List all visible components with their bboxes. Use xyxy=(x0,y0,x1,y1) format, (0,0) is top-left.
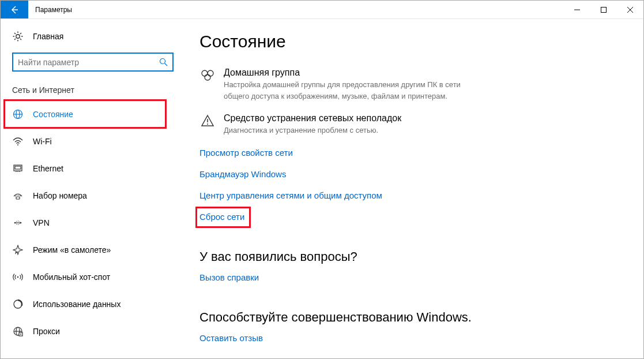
link-help[interactable]: Вызов справки xyxy=(199,272,259,282)
hotspot-icon xyxy=(12,271,24,283)
sidebar-item-label: VPN xyxy=(33,218,50,227)
sidebar-item-label: Прокси xyxy=(33,327,60,336)
homegroup-block[interactable]: Домашняя группа Настройка домашней групп… xyxy=(199,68,626,102)
search-input[interactable] xyxy=(18,58,159,67)
window-controls xyxy=(564,1,643,18)
feedback-heading: Способствуйте совершенствованию Windows. xyxy=(199,310,626,325)
sidebar-item-label: Состояние xyxy=(33,110,73,119)
search-icon xyxy=(159,58,168,66)
settings-window: Параметры Главная xyxy=(0,0,644,359)
globe-icon xyxy=(12,109,24,120)
back-button[interactable] xyxy=(1,1,28,18)
minimize-icon xyxy=(574,7,580,13)
link-firewall[interactable]: Брандмауэр Windows xyxy=(199,169,286,179)
sidebar-item-label: Режим «в самолете» xyxy=(33,245,111,255)
svg-point-28 xyxy=(202,70,208,76)
gear-icon xyxy=(12,31,24,42)
svg-point-19 xyxy=(20,222,22,223)
search-wrap xyxy=(1,53,182,85)
dialup-icon xyxy=(12,190,24,201)
body: Главная Сеть и Интернет Состояние xyxy=(1,19,643,358)
vpn-icon xyxy=(12,217,24,229)
sidebar-item-ethernet[interactable]: Ethernet xyxy=(1,155,182,182)
svg-point-30 xyxy=(205,74,210,80)
link-view-props[interactable]: Просмотр свойств сети xyxy=(199,148,293,158)
sidebar-item-hotspot[interactable]: Мобильный хот-спот xyxy=(1,263,182,290)
sidebar-item-airplane[interactable]: Режим «в самолете» xyxy=(1,236,182,263)
airplane-icon xyxy=(12,244,24,256)
sidebar-item-label: Набор номера xyxy=(33,191,87,200)
window-title: Параметры xyxy=(28,1,564,18)
svg-point-32 xyxy=(207,124,208,125)
page-heading: Состояние xyxy=(199,32,626,51)
link-sharing-center[interactable]: Центр управления сетями и общим доступом xyxy=(199,190,382,200)
troubleshoot-sub: Диагностика и устранение проблем с сетью… xyxy=(224,125,483,136)
main-content: Состояние Домашняя группа Настройка дома… xyxy=(182,19,643,358)
link-network-reset[interactable]: Сброс сети xyxy=(199,212,244,222)
minimize-button[interactable] xyxy=(564,1,590,18)
home-label: Главная xyxy=(33,32,63,41)
data-usage-icon xyxy=(12,298,24,310)
svg-point-5 xyxy=(16,35,20,38)
arrow-left-icon xyxy=(10,5,19,14)
sidebar-item-label: Ethernet xyxy=(33,164,63,173)
warning-icon xyxy=(199,113,216,127)
search-box[interactable] xyxy=(12,53,174,72)
svg-line-7 xyxy=(165,63,168,66)
sidebar-item-proxy[interactable]: Прокси xyxy=(1,317,182,345)
homegroup-title: Домашняя группа xyxy=(224,68,483,78)
maximize-icon xyxy=(601,7,607,13)
wifi-icon xyxy=(12,136,24,147)
home-button[interactable]: Главная xyxy=(1,31,182,53)
titlebar: Параметры xyxy=(1,1,643,19)
homegroup-sub: Настройка домашней группы для предоставл… xyxy=(224,79,483,102)
svg-point-11 xyxy=(17,144,18,145)
sidebar-item-vpn[interactable]: VPN xyxy=(1,209,182,236)
sidebar-item-label: Использование данных xyxy=(33,300,120,309)
sidebar: Главная Сеть и Интернет Состояние xyxy=(1,19,182,358)
svg-point-21 xyxy=(17,276,18,277)
close-icon xyxy=(627,7,633,13)
close-button[interactable] xyxy=(617,1,643,18)
homegroup-icon xyxy=(199,68,216,81)
svg-point-27 xyxy=(20,334,21,335)
svg-rect-13 xyxy=(15,166,21,169)
ethernet-icon xyxy=(12,163,24,174)
svg-point-6 xyxy=(160,59,165,64)
svg-rect-17 xyxy=(16,197,20,199)
link-feedback[interactable]: Оставить отзыв xyxy=(199,333,263,343)
svg-rect-2 xyxy=(601,7,607,12)
sidebar-item-dialup[interactable]: Набор номера xyxy=(1,182,182,209)
sidebar-item-datausage[interactable]: Использование данных xyxy=(1,290,182,317)
maximize-button[interactable] xyxy=(590,1,617,18)
sidebar-item-label: Wi-Fi xyxy=(33,137,52,146)
sidebar-item-wifi[interactable]: Wi-Fi xyxy=(1,128,182,155)
proxy-icon xyxy=(12,326,24,337)
troubleshoot-title: Средство устранения сетевых неполадок xyxy=(224,113,483,124)
troubleshoot-block[interactable]: Средство устранения сетевых неполадок Ди… xyxy=(199,113,626,136)
sidebar-item-label: Мобильный хот-спот xyxy=(33,272,110,282)
questions-heading: У вас появились вопросы? xyxy=(199,249,626,264)
svg-point-29 xyxy=(208,70,213,76)
category-header: Сеть и Интернет xyxy=(1,85,182,100)
sidebar-item-status[interactable]: Состояние xyxy=(1,100,182,128)
